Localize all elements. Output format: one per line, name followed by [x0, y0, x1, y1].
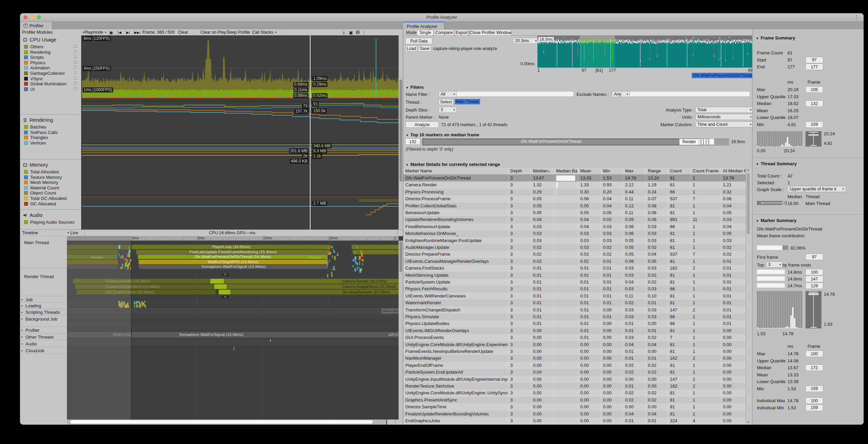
- sidebar-thread-profiler[interactable]: Profiler: [25, 328, 39, 333]
- legend-item-scripts[interactable]: Scripts: [24, 55, 44, 60]
- table-row[interactable]: Physics.Simulate30.010.010.010.030.03661…: [403, 313, 746, 320]
- goto-frame-button[interactable]: 159: [805, 121, 823, 128]
- expander-icon[interactable]: ▸: [21, 335, 23, 339]
- table-row[interactable]: Physics.FetchResults30.010.010.010.030.0…: [403, 286, 746, 292]
- marker-summary-header[interactable]: ▼Marker Summary: [756, 218, 796, 223]
- median-frame-box[interactable]: 132: [405, 138, 420, 145]
- scripting-bar[interactable]: [67, 314, 398, 317]
- main-thread-bar[interactable]: PlayerLoop (16.65ms): [132, 245, 331, 249]
- goto-frame-button[interactable]: 172: [805, 364, 823, 371]
- table-row[interactable]: Director.SampleTime30.000.000.000.000.00…: [403, 404, 746, 410]
- drag-handle-icon[interactable]: [73, 66, 77, 69]
- column-header-at-median-frame[interactable]: At Median Frame: [721, 168, 746, 174]
- sidebar-thread-loading[interactable]: Loading: [25, 303, 41, 308]
- table-row[interactable]: UnityEngine.InputModule.dll!UnityEngineI…: [403, 376, 746, 383]
- column-header-mean[interactable]: Mean: [578, 168, 601, 174]
- table-row[interactable]: Monobehaviour.OnMouse_30.030.030.030.060…: [403, 230, 746, 237]
- top10-render-segment[interactable]: Render: [679, 139, 699, 145]
- legend-item-others[interactable]: Others: [24, 44, 43, 49]
- scripting-bar[interactable]: [67, 317, 398, 319]
- table-row[interactable]: Profiler.CollectGlobalStats30.050.050.04…: [403, 203, 746, 209]
- goto-frame-button[interactable]: 132: [805, 100, 823, 107]
- goto-frame-button[interactable]: 100: [805, 351, 823, 357]
- legend-item-batches[interactable]: Batches: [24, 124, 46, 130]
- legend-item-triangles[interactable]: Triangles: [24, 135, 48, 140]
- expander-icon[interactable]: ▸: [21, 298, 23, 301]
- timeline-corner-kebab[interactable]: ⋮: [387, 420, 403, 425]
- column-header-median[interactable]: Median ▾: [531, 168, 554, 174]
- tab-profile-analyzer[interactable]: Profile Analyzer: [403, 22, 444, 30]
- first-frame-button[interactable]: 97: [805, 254, 823, 260]
- table-row[interactable]: WatermarkRender30.010.010.010.020.018110…: [403, 300, 746, 306]
- table-row[interactable]: RenderTexture.SetActive30.000.000.000.01…: [403, 383, 746, 390]
- call-stacks-dropdown[interactable]: Call Stacks▾: [250, 29, 282, 35]
- name-filter-mode-dropdown[interactable]: All▾: [439, 91, 457, 97]
- legend-item-total-allocated[interactable]: Total Allocated: [24, 169, 59, 174]
- marker-columns-dropdown[interactable]: Time and Count▾: [695, 121, 754, 127]
- legend-item-ui[interactable]: UI: [24, 87, 35, 92]
- sidebar-thread-background-job[interactable]: Background Job: [25, 317, 57, 322]
- module-header-rendering[interactable]: Rendering: [23, 117, 53, 123]
- table-row[interactable]: ParticleSystem.Update30.010.010.010.040.…: [403, 279, 746, 286]
- drag-handle-icon[interactable]: [73, 77, 77, 80]
- column-header-depth[interactable]: Depth: [508, 168, 531, 174]
- column-header-count-frame[interactable]: Count Frame: [690, 168, 721, 174]
- sidebar-thread-render-thread[interactable]: Render Thread: [24, 274, 54, 279]
- legend-item-physics[interactable]: Physics: [24, 60, 46, 65]
- table-row[interactable]: GUI.ProcessEvents30.000.010.000.030.0271…: [403, 334, 746, 341]
- goto-frame-button[interactable]: 159: [805, 386, 823, 392]
- sidebar-thread-audio[interactable]: Audio: [25, 341, 37, 346]
- drag-handle-icon[interactable]: [73, 45, 77, 48]
- timeline-hscrollbar[interactable]: [67, 420, 386, 425]
- table-row[interactable]: UpdateRendererBoundingVolumes30.040.040.…: [403, 216, 746, 223]
- table-row[interactable]: FixedBehaviourUpdate30.030.040.030.060.0…: [403, 223, 746, 230]
- legend-item-vertices[interactable]: Vertices: [24, 140, 46, 146]
- legend-item-total-gc-allocated[interactable]: Total GC Allocated: [24, 196, 67, 201]
- table-row[interactable]: Physics.Processing30.290.300.200.440.246…: [403, 189, 746, 195]
- mode-button-compare[interactable]: Compare: [434, 30, 454, 36]
- table-scrollbar[interactable]: ▲ ▼: [746, 168, 751, 425]
- loading-bar[interactable]: [67, 311, 398, 313]
- column-header-median-ba[interactable]: Median Ba: [554, 168, 578, 174]
- expander-icon[interactable]: ▸: [21, 328, 23, 332]
- depth-slice-dropdown[interactable]: 3▾: [439, 107, 457, 113]
- loading-bar[interactable]: [67, 308, 398, 310]
- column-header-min[interactable]: Min: [601, 168, 623, 174]
- frame-summary-header[interactable]: ▼Frame Summary: [756, 35, 795, 40]
- column-header-count[interactable]: Count: [668, 168, 690, 174]
- save-button[interactable]: Save: [418, 46, 431, 52]
- charts-scrollbar[interactable]: [398, 35, 403, 229]
- timeline-view-dropdown[interactable]: Timeline▾: [20, 230, 71, 236]
- units-dropdown[interactable]: Milliseconds▾: [695, 114, 754, 120]
- legend-item-texture-memory[interactable]: Texture Memory: [24, 175, 62, 180]
- drag-handle-icon[interactable]: [73, 82, 77, 85]
- table-row[interactable]: MeshSkinning.Update30.010.010.010.030.02…: [403, 272, 746, 279]
- mode-button-export[interactable]: Export: [455, 30, 469, 36]
- expander-icon[interactable]: ▸: [21, 310, 23, 314]
- goto-frame-button[interactable]: 100: [805, 397, 823, 404]
- exclude-mode-dropdown[interactable]: Any▾: [612, 91, 630, 97]
- table-row[interactable]: Physics.UpdateBodies30.010.010.000.010.0…: [403, 320, 746, 327]
- goto-frame-button[interactable]: 105: [805, 86, 823, 93]
- sidebar-thread-other-threads[interactable]: Other Threads: [25, 335, 54, 340]
- legend-item-mesh-memory[interactable]: Mesh Memory: [24, 180, 58, 185]
- selected-marker-chip[interactable]: Gfx.WaitForPresentOnGfxThread: [692, 73, 755, 78]
- pull-data-button[interactable]: Pull Data: [405, 38, 432, 44]
- module-header-cpu-usage[interactable]: CPU Usage: [23, 37, 56, 42]
- table-row[interactable]: Graphics.PresentAndSync30.000.000.000.02…: [403, 397, 746, 404]
- rendering-chart[interactable]: [82, 101, 398, 143]
- table-row[interactable]: ParticleSystem.EndUpdateAll30.000.000.00…: [403, 369, 746, 376]
- render-chunk[interactable]: [219, 290, 230, 294]
- audio-chart[interactable]: [82, 195, 398, 230]
- main-thread-bar[interactable]: Semaphore.WaitForSignal (14.44ms): [139, 264, 328, 269]
- cpu-usage-chart[interactable]: [82, 35, 398, 101]
- memory-chart[interactable]: [82, 143, 398, 194]
- legend-item-playing-audio-sources[interactable]: Playing Audio Sources: [24, 220, 74, 225]
- sidebar-thread-main-thread[interactable]: Main Thread: [24, 240, 49, 245]
- thread-select-button[interactable]: Select: [439, 99, 454, 105]
- load-button[interactable]: Load: [405, 46, 418, 52]
- drag-handle-icon[interactable]: [73, 61, 77, 64]
- expander-icon[interactable]: ▸: [21, 342, 23, 345]
- top10-main-segment[interactable]: Gfx.WaitForPresentOnGfxThread: [423, 139, 679, 145]
- sidebar-thread-cloudjob[interactable]: CloudJob: [25, 348, 44, 353]
